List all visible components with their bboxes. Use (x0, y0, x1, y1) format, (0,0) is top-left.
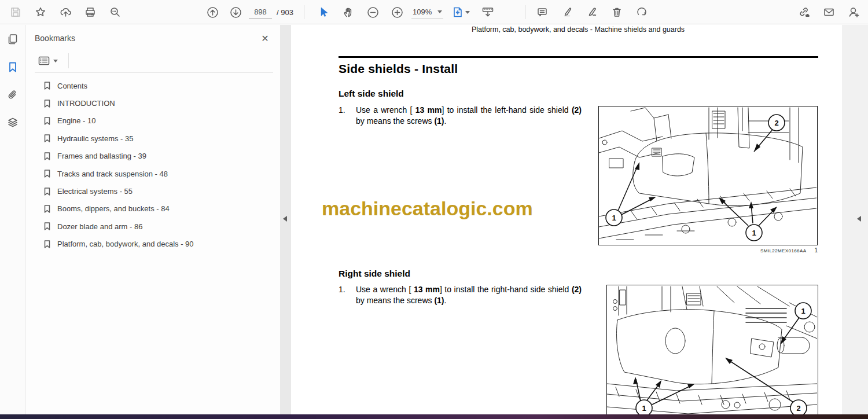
print-button[interactable] (80, 2, 100, 22)
step-text: Use a wrench [ 13 mm] to install the rig… (356, 284, 582, 306)
link-cloud-icon (797, 6, 810, 18)
bookmark-label: Engine - 10 (57, 116, 96, 125)
bookmark-icon (43, 169, 52, 178)
bookmark-item[interactable]: INTRODUCTION (35, 94, 275, 112)
fit-page-dropdown[interactable] (448, 2, 473, 22)
step-text: Use a wrench [ 13 mm] to install the lef… (356, 105, 582, 127)
zoom-out-button[interactable] (363, 2, 382, 22)
next-page-button[interactable] (226, 2, 245, 22)
bookmark-item[interactable]: Engine - 10 (35, 112, 275, 130)
collapse-right-icon[interactable] (857, 216, 861, 222)
search-button[interactable] (105, 2, 125, 22)
refresh-button[interactable] (632, 2, 652, 22)
layers-tab[interactable] (3, 113, 23, 133)
bookmark-label: Hydraulic systems - 35 (57, 134, 133, 143)
bookmark-options-button[interactable] (35, 54, 61, 68)
close-panel-button[interactable]: ✕ (258, 31, 272, 45)
envelope-icon (823, 6, 835, 18)
zoom-level-value: 109% (413, 8, 432, 16)
bookmark-label: Frames and ballasting - 39 (57, 152, 146, 160)
bookmark-icon (43, 99, 52, 108)
figure1-code: SMIL22MEX0166AA (760, 248, 806, 253)
delete-button[interactable] (607, 2, 627, 22)
options-list-icon (38, 56, 50, 65)
bookmark-item[interactable]: Tracks and track suspension - 48 (35, 165, 275, 182)
right-shield-step: 1. Use a wrench [ 13 mm] to install the … (339, 284, 582, 306)
page-total-label: / 903 (277, 8, 293, 17)
page-thumbnails-tab[interactable] (3, 30, 23, 49)
figure1-caption: SMIL22MEX0166AA1 (598, 247, 818, 253)
comment-button[interactable] (532, 2, 552, 22)
panel-divider (35, 72, 273, 73)
chevron-down-icon (465, 11, 470, 14)
step-number: 1. (339, 284, 356, 306)
hand-tool-button[interactable] (339, 2, 358, 22)
svg-text:1: 1 (612, 214, 616, 222)
chevron-down-icon (437, 10, 442, 13)
bookmark-icon (43, 187, 52, 196)
svg-text:2: 2 (796, 404, 800, 413)
select-tool-button[interactable] (314, 2, 334, 22)
highlight-button[interactable] (557, 2, 577, 22)
save-button[interactable] (6, 2, 25, 22)
collapse-left-icon[interactable] (283, 216, 287, 222)
zoom-in-button[interactable] (387, 2, 407, 22)
person-plus-icon (848, 6, 860, 18)
left-shield-drawing: 2 1 1 (599, 106, 816, 244)
bookmark-label: Dozer blade and arm - 86 (57, 222, 142, 231)
previous-page-button[interactable] (203, 2, 222, 22)
bookmark-label: Platform, cab, bodywork, and decals - 90 (57, 240, 194, 248)
figure-right-shield: 1 1 2 (606, 285, 818, 414)
bookmark-item[interactable]: Platform, cab, bodywork, and decals - 90 (35, 236, 275, 253)
bookmark-label: Electrical systems - 55 (57, 187, 133, 196)
bookmark-icon (43, 152, 52, 161)
left-shield-step: 1. Use a wrench [ 13 mm] to install the … (339, 105, 582, 127)
bookmark-item[interactable]: Booms, dippers, and buckets - 84 (35, 200, 275, 218)
upload-cloud-icon (60, 6, 72, 18)
cursor-arrow-icon (318, 6, 330, 18)
pages-icon (6, 33, 19, 46)
bookmark-item[interactable]: Dozer blade and arm - 86 (35, 218, 275, 235)
panel-splitter[interactable] (280, 25, 291, 414)
svg-text:1: 1 (801, 307, 805, 315)
figure-left-shield: 2 1 1 (598, 106, 818, 245)
share-link-button[interactable] (794, 2, 814, 22)
bookmarks-tab[interactable] (3, 57, 23, 77)
fountain-pen-icon (586, 6, 598, 18)
bookmark-icon (6, 61, 19, 73)
svg-text:2: 2 (774, 119, 778, 127)
step-number: 1. (339, 105, 356, 127)
bookmark-icon (43, 81, 52, 90)
attachments-tab[interactable] (3, 85, 23, 105)
layers-icon (6, 116, 19, 129)
minus-circle-icon (367, 6, 379, 19)
options-separator (68, 53, 69, 68)
page-number-input[interactable]: 898 (249, 6, 272, 19)
arrow-up-circle-icon (207, 6, 219, 19)
star-button[interactable] (31, 2, 50, 22)
bookmark-item[interactable]: Contents (35, 77, 275, 94)
toolbar-separator (304, 5, 304, 19)
bookmark-icon (43, 240, 52, 249)
comment-bubble-icon (536, 6, 548, 18)
right-strip (842, 25, 868, 414)
fill-sign-button[interactable] (582, 2, 602, 22)
email-button[interactable] (819, 2, 838, 22)
toolbar-separator (525, 5, 525, 19)
section-rule (339, 56, 818, 58)
bookmark-item[interactable]: Frames and ballasting - 39 (35, 148, 275, 165)
bookmark-item[interactable]: Hydraulic systems - 35 (35, 130, 275, 147)
bookmark-item[interactable]: Electrical systems - 55 (35, 182, 275, 200)
chevron-down-icon (53, 60, 58, 63)
fit-page-icon (452, 6, 464, 18)
share-people-button[interactable] (844, 2, 863, 22)
scrolling-mode-button[interactable] (478, 2, 498, 22)
zoom-level-dropdown[interactable]: 109% (411, 5, 443, 19)
upload-cloud-button[interactable] (56, 2, 75, 22)
bookmark-label: Booms, dippers, and buckets - 84 (57, 204, 170, 213)
doc-title: Side shields - Install (339, 62, 458, 76)
search-icon (109, 6, 121, 18)
watermark: machinecatalogic.com (322, 197, 533, 220)
hand-icon (343, 6, 354, 18)
save-icon (10, 6, 21, 18)
